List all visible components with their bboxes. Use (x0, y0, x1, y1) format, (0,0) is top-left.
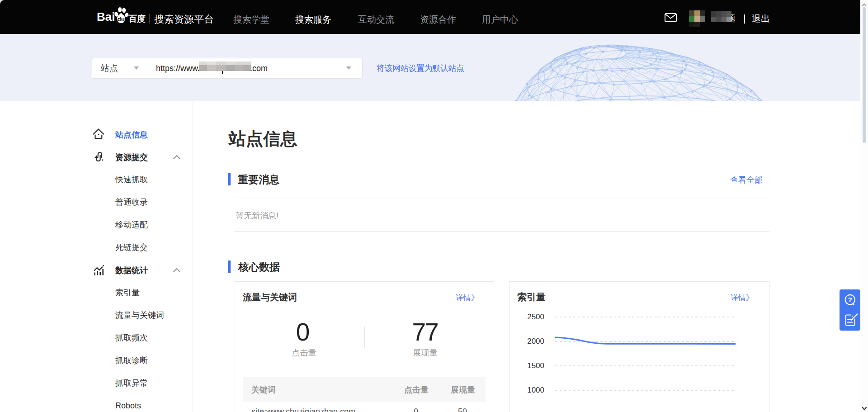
svg-text:?: ? (848, 296, 852, 303)
svg-text:du: du (118, 16, 125, 23)
